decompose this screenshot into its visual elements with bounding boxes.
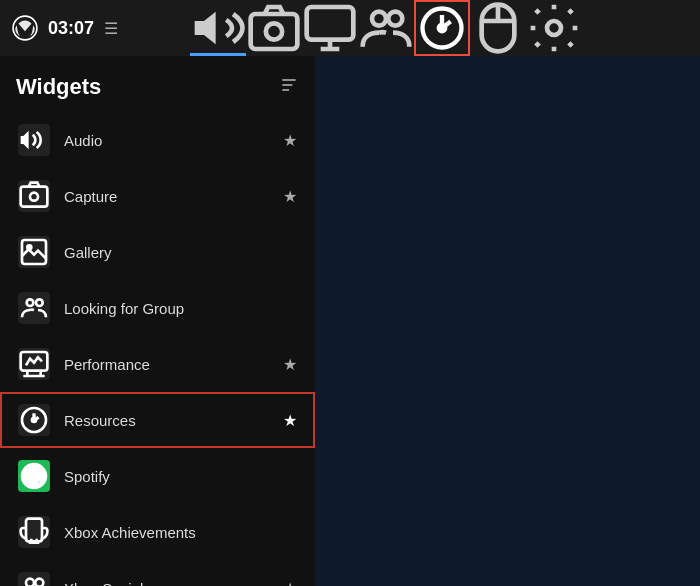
topbar-left: 03:07 ☰ <box>12 15 182 41</box>
svg-point-6 <box>388 12 402 26</box>
svg-point-26 <box>35 579 43 586</box>
performance-widget-icon <box>18 348 50 380</box>
widget-item-resources[interactable]: Resources ★ <box>0 392 315 448</box>
svg-point-10 <box>547 21 561 35</box>
widget-item-xbox-social[interactable]: Xbox Social ★ <box>0 560 315 586</box>
capture-widget-icon <box>18 180 50 212</box>
widget-list: Audio ★ Capture ★ <box>0 112 315 586</box>
xbox-social-widget-icon <box>18 572 50 586</box>
svg-point-8 <box>439 25 446 32</box>
resources-widget-icon <box>18 404 50 436</box>
widget-item-xbox-achievements[interactable]: Xbox Achievements <box>0 504 315 560</box>
resources-star-icon[interactable]: ★ <box>283 411 297 430</box>
nav-capture-button[interactable] <box>246 0 302 56</box>
svg-point-5 <box>372 12 386 26</box>
xbox-social-star-icon[interactable]: ★ <box>283 579 297 587</box>
nav-performance-button[interactable] <box>414 0 470 56</box>
widget-item-capture[interactable]: Capture ★ <box>0 168 315 224</box>
svg-point-19 <box>27 299 34 306</box>
audio-star-icon[interactable]: ★ <box>283 131 297 150</box>
spotify-label: Spotify <box>64 468 297 485</box>
sidebar-title: Widgets <box>16 74 101 100</box>
resources-label: Resources <box>64 412 283 429</box>
audio-label: Audio <box>64 132 283 149</box>
svg-point-18 <box>27 245 31 249</box>
widget-item-audio[interactable]: Audio ★ <box>0 112 315 168</box>
svg-point-23 <box>32 418 36 422</box>
svg-rect-24 <box>26 519 42 542</box>
sidebar: Widgets Audio <box>0 56 315 586</box>
lfg-label: Looking for Group <box>64 300 297 317</box>
audio-widget-icon <box>18 124 50 156</box>
svg-rect-2 <box>251 14 298 49</box>
nav-audio-button[interactable] <box>190 0 246 56</box>
nav-mouse-button[interactable] <box>470 0 526 56</box>
svg-point-25 <box>26 579 34 586</box>
main-content <box>315 56 700 586</box>
gallery-label: Gallery <box>64 244 297 261</box>
svg-point-20 <box>36 299 43 306</box>
filter-icon[interactable] <box>279 75 299 100</box>
clock-display: 03:07 <box>48 18 94 39</box>
achievements-label: Xbox Achievements <box>64 524 297 541</box>
widget-item-gallery[interactable]: Gallery <box>0 224 315 280</box>
performance-label: Performance <box>64 356 283 373</box>
nav-display-button[interactable] <box>302 0 358 56</box>
widget-item-looking-for-group[interactable]: Looking for Group <box>0 280 315 336</box>
topbar-nav <box>190 0 688 56</box>
main-layout: Widgets Audio <box>0 56 700 586</box>
svg-rect-4 <box>307 7 354 40</box>
svg-rect-15 <box>21 187 48 207</box>
nav-social-button[interactable] <box>358 0 414 56</box>
gallery-widget-icon <box>18 236 50 268</box>
hamburger-menu-icon[interactable]: ☰ <box>104 19 118 38</box>
sidebar-header: Widgets <box>0 56 315 112</box>
topbar: 03:07 ☰ <box>0 0 700 56</box>
performance-star-icon[interactable]: ★ <box>283 355 297 374</box>
capture-label: Capture <box>64 188 283 205</box>
achievements-widget-icon <box>18 516 50 548</box>
svg-point-16 <box>30 193 38 201</box>
widget-item-spotify[interactable]: Spotify <box>0 448 315 504</box>
xbox-social-label: Xbox Social <box>64 580 283 587</box>
widget-item-performance[interactable]: Performance ★ <box>0 336 315 392</box>
lfg-widget-icon <box>18 292 50 324</box>
nav-settings-button[interactable] <box>526 0 582 56</box>
spotify-widget-icon <box>18 460 50 492</box>
svg-point-3 <box>266 23 282 39</box>
capture-star-icon[interactable]: ★ <box>283 187 297 206</box>
svg-marker-1 <box>195 12 216 45</box>
xbox-logo-icon <box>12 15 38 41</box>
svg-marker-14 <box>21 131 29 150</box>
